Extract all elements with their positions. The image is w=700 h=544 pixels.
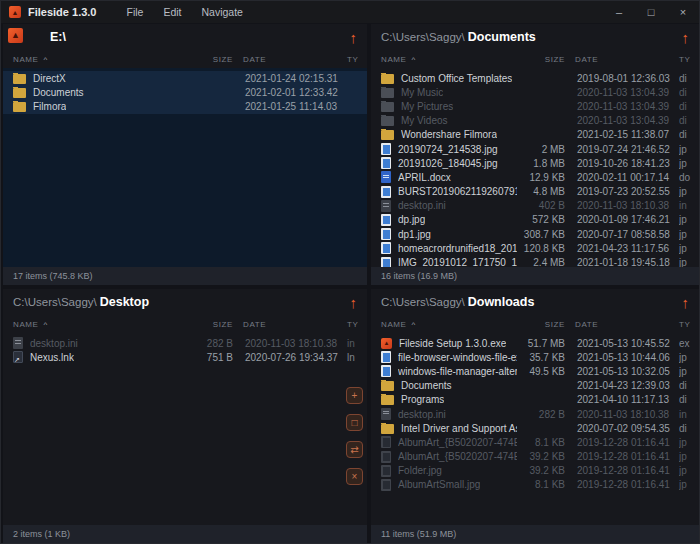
file-row[interactable]: desktop.ini282 B2020-11-03 18:10.38in xyxy=(3,336,367,350)
go-up-arrow-icon[interactable]: ↑ xyxy=(350,30,358,45)
file-row[interactable]: file-browser-windows-file-exp...35.7 KB2… xyxy=(371,350,699,364)
file-list: DirectX2021-01-24 02:15.31Documents2021-… xyxy=(3,68,367,267)
column-type[interactable]: TY xyxy=(679,55,695,64)
exe-icon xyxy=(381,338,392,349)
file-list: Fileside Setup 1.3.0.exe51.7 MB2021-05-1… xyxy=(371,333,699,525)
path-bar[interactable]: C:\Users\Saggy\ Desktop ↑ xyxy=(3,289,367,315)
go-up-arrow-icon[interactable]: ↑ xyxy=(350,295,358,310)
menu-file[interactable]: File xyxy=(116,1,153,23)
new-folder-action-icon[interactable]: + xyxy=(346,387,363,404)
image-icon xyxy=(381,242,391,254)
file-row[interactable]: desktop.ini282 B2020-11-03 18:10.38in xyxy=(371,407,699,421)
file-type: jp xyxy=(679,437,695,448)
image-icon xyxy=(381,214,391,226)
image-icon xyxy=(381,257,391,267)
column-size[interactable]: SIZE xyxy=(517,320,575,329)
column-name[interactable]: NAME^ xyxy=(381,320,517,329)
column-size[interactable]: SIZE xyxy=(185,320,243,329)
file-type: jp xyxy=(679,229,695,240)
file-type: jp xyxy=(679,144,695,155)
file-row[interactable]: Folder.jpg39.2 KB2019-12-28 01:16.41jp xyxy=(371,464,699,478)
file-row[interactable]: Custom Office Templates2019-08-01 12:36.… xyxy=(371,71,699,85)
file-row[interactable]: homeacrordrunified18_2018...120.8 KB2021… xyxy=(371,241,699,255)
file-type: di xyxy=(679,394,695,405)
column-name[interactable]: NAME^ xyxy=(381,55,517,64)
pane-app-logo-icon[interactable] xyxy=(8,28,23,43)
close-pane-action-icon[interactable]: × xyxy=(346,468,363,485)
app-logo-icon xyxy=(9,6,21,18)
file-type: ln xyxy=(347,352,363,363)
file-row[interactable]: 20191026_184045.jpg1.8 MB2019-10-26 18:4… xyxy=(371,156,699,170)
path-prefix[interactable]: C:\Users\Saggy\ xyxy=(13,296,97,308)
file-type: in xyxy=(679,200,695,211)
file-size: 4.8 MB xyxy=(517,186,575,197)
file-row[interactable]: windows-file-manager-altern...49.5 KB202… xyxy=(371,364,699,378)
file-size: 751 B xyxy=(185,352,243,363)
file-name: Fileside Setup 1.3.0.exe xyxy=(399,338,506,349)
path-bar[interactable]: C:\Users\Saggy\ Downloads ↑ xyxy=(371,289,699,315)
column-date[interactable]: DATE xyxy=(243,55,347,64)
maximize-button[interactable]: □ xyxy=(635,1,667,23)
ini-icon xyxy=(381,200,391,212)
column-header: NAME^ SIZE DATE TY xyxy=(371,50,699,68)
file-type: in xyxy=(679,409,695,420)
file-row[interactable]: IMG_20191012_171750_1...2.4 MB2021-01-18… xyxy=(371,255,699,267)
column-type[interactable]: TY xyxy=(347,55,363,64)
file-size: 308.7 KB xyxy=(517,229,575,240)
menu-edit[interactable]: Edit xyxy=(153,1,191,23)
path-prefix[interactable]: C:\Users\Saggy\ xyxy=(381,31,465,43)
file-row[interactable]: AlbumArt_{B5020207-474E-...39.2 KB2019-1… xyxy=(371,450,699,464)
column-name[interactable]: NAME^ xyxy=(13,320,185,329)
file-row[interactable]: desktop.ini402 B2020-11-03 18:10.38in xyxy=(371,199,699,213)
file-row[interactable]: My Music2020-11-03 13:04.39di xyxy=(371,85,699,99)
column-date[interactable]: DATE xyxy=(575,55,679,64)
file-row[interactable]: Intel Driver and Support Assis...2020-07… xyxy=(371,421,699,435)
file-date: 2020-07-17 08:58.58 xyxy=(575,229,679,240)
file-row[interactable]: BURST20190621192607911_...4.8 MB2019-07-… xyxy=(371,185,699,199)
new-pane-action-icon[interactable]: □ xyxy=(346,414,363,431)
column-date[interactable]: DATE xyxy=(243,320,347,329)
file-row[interactable]: dp1.jpg308.7 KB2020-07-17 08:58.58jp xyxy=(371,227,699,241)
go-up-arrow-icon[interactable]: ↑ xyxy=(682,295,690,310)
column-type[interactable]: TY xyxy=(347,320,363,329)
window-controls: – □ × xyxy=(603,1,699,23)
image-icon xyxy=(381,143,391,155)
file-date: 2019-10-26 18:41.23 xyxy=(575,158,679,169)
path-bar[interactable]: C:\Users\Saggy\ Documents ↑ xyxy=(371,24,699,50)
column-size[interactable]: SIZE xyxy=(185,55,243,64)
file-row[interactable]: Wondershare Filmora2021-02-15 11:38.07di xyxy=(371,128,699,142)
menu-navigate[interactable]: Navigate xyxy=(192,1,253,23)
file-row[interactable]: Filmora2021-01-25 11:14.03 xyxy=(3,99,367,113)
file-row[interactable]: dp.jpg572 KB2020-01-09 17:46.21jp xyxy=(371,213,699,227)
column-type[interactable]: TY xyxy=(679,320,695,329)
file-row[interactable]: Nexus.lnk751 B2020-07-26 19:34.37ln xyxy=(3,350,367,364)
file-row[interactable]: 20190724_214538.jpg2 MB2019-07-24 21:46.… xyxy=(371,142,699,156)
file-row[interactable]: Fileside Setup 1.3.0.exe51.7 MB2021-05-1… xyxy=(371,336,699,350)
file-row[interactable]: AlbumArtSmall.jpg8.1 KB2019-12-28 01:16.… xyxy=(371,478,699,492)
file-row[interactable]: My Videos2020-11-03 13:04.39di xyxy=(371,114,699,128)
swap-panes-action-icon[interactable]: ⇄ xyxy=(346,441,363,458)
column-date[interactable]: DATE xyxy=(575,320,679,329)
file-date: 2021-04-23 12:39.03 xyxy=(575,380,679,391)
file-name: dp1.jpg xyxy=(398,229,431,240)
file-row[interactable]: APRIL.docx12.9 KB2020-02-11 00:17.14do xyxy=(371,170,699,184)
file-name: desktop.ini xyxy=(398,200,446,211)
file-row[interactable]: AlbumArt_{B5020207-474E-...8.1 KB2019-12… xyxy=(371,435,699,449)
file-date: 2021-01-18 19:45.18 xyxy=(575,257,679,267)
file-date: 2021-05-13 10:45.52 xyxy=(575,338,679,349)
column-name[interactable]: NAME^ xyxy=(13,55,185,64)
file-row[interactable]: My Pictures2020-11-03 13:04.39di xyxy=(371,99,699,113)
path-bar[interactable]: E:\ ↑ xyxy=(3,24,367,50)
file-row[interactable]: Documents2021-02-01 12:33.42 xyxy=(3,85,367,99)
file-row[interactable]: DirectX2021-01-24 02:15.31 xyxy=(3,71,367,85)
image-icon xyxy=(381,365,391,377)
file-size: 51.7 MB xyxy=(517,338,575,349)
file-row[interactable]: Documents2021-04-23 12:39.03di xyxy=(371,379,699,393)
minimize-button[interactable]: – xyxy=(603,1,635,23)
file-type: di xyxy=(679,380,695,391)
path-prefix[interactable]: C:\Users\Saggy\ xyxy=(381,296,465,308)
close-button[interactable]: × xyxy=(667,1,699,23)
column-size[interactable]: SIZE xyxy=(517,55,575,64)
go-up-arrow-icon[interactable]: ↑ xyxy=(682,30,690,45)
file-row[interactable]: Programs2021-04-10 11:17.13di xyxy=(371,393,699,407)
